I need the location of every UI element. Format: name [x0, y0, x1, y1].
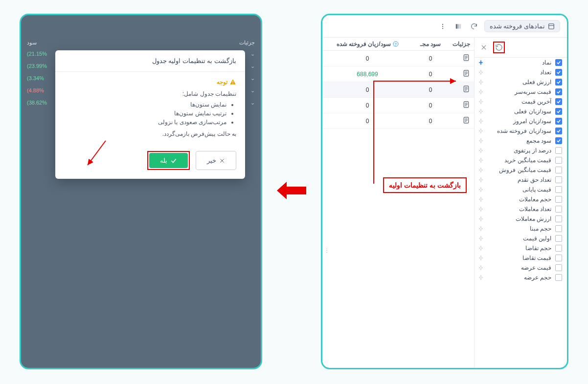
details-icon[interactable] [452, 54, 470, 63]
pin-icon[interactable] [477, 264, 484, 271]
details-icon[interactable] [452, 85, 470, 94]
column-checkbox[interactable] [555, 167, 562, 173]
column-checkbox[interactable] [555, 118, 562, 125]
column-checkbox[interactable] [555, 235, 562, 242]
column-item[interactable]: ارزش معاملات [475, 214, 567, 224]
column-checkbox[interactable] [555, 176, 562, 183]
column-item[interactable]: حجم مبنا [475, 224, 567, 234]
details-icon[interactable] [452, 116, 470, 126]
pin-icon[interactable] [477, 147, 484, 154]
no-button[interactable]: خیر [196, 151, 236, 170]
column-item[interactable]: سود مجمع [475, 136, 567, 146]
details-icon[interactable] [452, 101, 470, 110]
pin-icon[interactable] [477, 98, 484, 105]
column-item[interactable]: قیمت پایانی [475, 185, 567, 194]
column-checkbox[interactable] [555, 108, 562, 115]
column-checkbox[interactable] [555, 69, 562, 76]
column-item[interactable]: حجم معاملات [475, 194, 567, 204]
symbols-sold-chip[interactable]: نمادهای فروخته شده [484, 20, 560, 32]
pin-icon[interactable] [477, 196, 484, 203]
more-button[interactable] [437, 21, 448, 32]
pin-icon[interactable] [477, 118, 484, 125]
column-item[interactable]: قیمت سربه‌سر [475, 87, 567, 97]
column-checkbox[interactable] [555, 88, 562, 95]
pin-icon[interactable] [477, 69, 484, 76]
pin-icon[interactable] [477, 128, 484, 134]
column-item[interactable]: سود/زیان فروخته شده [475, 126, 567, 136]
pin-icon[interactable] [477, 274, 484, 281]
modal-intro: تنظیمات جدول شامل: [64, 90, 236, 97]
columns-button[interactable] [453, 21, 464, 32]
yes-button[interactable]: بله [149, 153, 188, 168]
column-item[interactable]: حجم تقاضا [475, 243, 567, 253]
column-item[interactable]: سود/زیان فعلی [475, 107, 567, 116]
column-checkbox[interactable] [555, 196, 562, 203]
yes-arrow [84, 138, 108, 168]
column-item[interactable]: قیمت میانگین فروش [475, 165, 567, 175]
column-item[interactable]: ارزش فعلی [475, 77, 567, 87]
column-item[interactable]: تعداد حق تقدم [475, 175, 567, 185]
column-checkbox[interactable] [555, 157, 562, 164]
column-label: قیمت سربه‌سر [515, 88, 551, 95]
column-checkbox[interactable] [555, 79, 562, 85]
column-label: تعداد معاملات [519, 206, 551, 213]
details-icon[interactable] [452, 69, 470, 79]
column-item[interactable]: نماد [475, 58, 567, 67]
column-checkbox[interactable] [555, 264, 562, 271]
pin-icon[interactable] [477, 157, 484, 164]
pin-icon[interactable] [477, 167, 484, 173]
column-checkbox[interactable] [555, 255, 562, 261]
column-item[interactable]: قیمت تقاضا [475, 253, 567, 263]
svg-point-6 [442, 25, 443, 26]
pin-icon[interactable] [477, 235, 484, 242]
column-checkbox[interactable] [555, 245, 562, 252]
pin-icon[interactable] [477, 245, 484, 252]
column-checkbox[interactable] [555, 98, 562, 105]
column-checkbox[interactable] [555, 225, 562, 232]
column-checkbox[interactable] [555, 137, 562, 144]
column-item[interactable]: حجم عرضه [475, 273, 567, 282]
column-label: سود مجمع [526, 137, 551, 144]
column-item[interactable]: تعداد [475, 67, 567, 77]
column-label: قیمت عرضه [521, 264, 551, 271]
pin-icon[interactable] [477, 79, 484, 85]
column-item[interactable]: قیمت میانگین خرید [475, 155, 567, 165]
column-checkbox[interactable] [555, 274, 562, 281]
column-checkbox[interactable] [555, 206, 562, 213]
column-item[interactable]: اولین قیمت [475, 234, 567, 243]
pin-icon[interactable] [477, 88, 484, 95]
column-checkbox[interactable] [555, 147, 562, 154]
column-item[interactable]: قیمت عرضه [475, 263, 567, 273]
pin-icon[interactable] [477, 215, 484, 222]
pin-icon[interactable] [477, 206, 484, 213]
pin-icon[interactable] [477, 225, 484, 232]
pin-icon[interactable] [477, 176, 484, 183]
svg-text:?: ? [394, 43, 396, 46]
pin-icon[interactable] [477, 137, 484, 144]
column-item[interactable]: آخرین قیمت [475, 97, 567, 107]
pin-icon[interactable] [477, 255, 484, 261]
pin-icon[interactable] [477, 108, 484, 115]
column-checkbox[interactable] [555, 59, 562, 66]
col-details-header: جزئیات [452, 41, 470, 47]
column-item[interactable]: سود/زیان امروز [475, 116, 567, 126]
close-icon [480, 44, 487, 51]
column-checkbox[interactable] [555, 186, 562, 193]
drag-handle-icon[interactable]: ⋮⋮ [322, 248, 329, 253]
pin-icon[interactable] [477, 59, 484, 66]
column-checkbox[interactable] [555, 215, 562, 222]
column-item[interactable]: درصد از پرتفوی [475, 146, 567, 155]
close-settings-button[interactable] [479, 43, 488, 52]
refresh-button[interactable] [469, 21, 479, 32]
profit-cell: 0 [408, 71, 452, 78]
modal-footer-text: به حالت پیش‌فرض بازمی‌گردد. [64, 130, 236, 137]
reset-settings-button[interactable] [495, 43, 503, 52]
column-label: سود/زیان امروز [513, 118, 551, 125]
pin-icon[interactable] [477, 186, 484, 193]
sold-pl-cell: 0 [326, 55, 408, 62]
column-item[interactable]: تعداد معاملات [475, 204, 567, 214]
table-row: 0 0 [322, 98, 474, 113]
annotation-label: بازگشت به تنظیمات اولیه [383, 177, 467, 193]
column-checkbox[interactable] [555, 128, 562, 134]
help-icon[interactable]: ? [393, 41, 399, 47]
